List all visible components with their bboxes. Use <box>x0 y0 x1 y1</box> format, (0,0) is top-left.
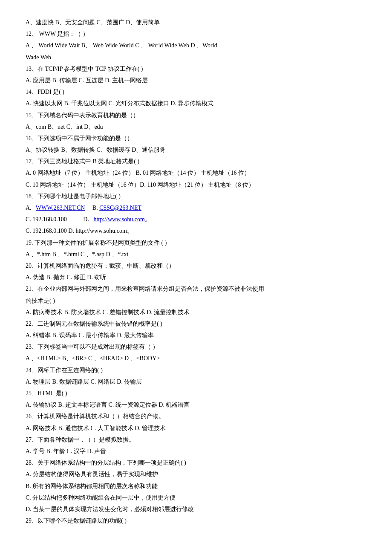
line-16a: A. WWW.263.NET.CN B. CSSC@263.NET <box>26 202 366 213</box>
line-40: C. 分层结构把多种网络功能组合在同一层中，使用更方便 <box>26 492 366 503</box>
line-37: 28、关于网络体系结构中的分层结构，下列哪一项是正确的( ) <box>26 457 366 468</box>
line-17: C. 192.168.0.100 D. http://www.sohu.com。 <box>26 225 366 236</box>
line-28: A 、<HTML> B、<BR> C 、<HEAD> D 、<BODY> <box>26 353 366 364</box>
exam-content: A、速度快 B、无安全问题 C、范围广 D、使用简单 12、 WWW 是指：（ … <box>26 17 366 526</box>
line-41: D. 当某一层的具体实现方法发生变化时，必须对相邻层进行修改 <box>26 504 366 515</box>
line-12: 17、下列三类地址格式中 B 类地址格式是( ) <box>26 156 366 167</box>
line-3b: Wade Web <box>26 52 366 63</box>
line-15: 18、下列哪个地址是电子邮件地址( ) <box>26 191 366 202</box>
line-38: A. 分层结构使得网络具有灵活性，易于实现和维护 <box>26 469 366 480</box>
line-4: 13、在 TCP/IP 参考模型中 TCP 协议工作在( ) <box>26 64 366 74</box>
line-26: A. 纠错率 B. 误码率 C. 最小传输率 D. 最大传输率 <box>26 330 366 341</box>
line-1: A、速度快 B、无安全问题 C、范围广 D、使用简单 <box>26 17 366 28</box>
line-29: 24、网桥工作在互连网络的( ) <box>26 365 366 376</box>
line-39: B. 所有的网络体系结构都用相同的层次名称和功能 <box>26 481 366 491</box>
line-13: A. 0 网络地址（7 位） 主机地址（24 位） B. 01 网络地址（14 … <box>26 168 366 178</box>
line-16b: C. 192.168.0.100 D. http://www.sohu.com。 <box>26 214 366 225</box>
line-8: 15、下列域名代码中表示教育机构的是（） <box>26 110 366 121</box>
line-19: A 、*.htm B 、*.html C 、*.asp D 、*.txt <box>26 249 366 260</box>
line-7: A. 快速以太网 B. 千兆位以太网 C. 光纤分布式数据接口 D. 异步传输模… <box>26 98 366 109</box>
line-20: 20、计算机网络面临的危胁有：截获、中断、篡改和（） <box>26 260 366 271</box>
line-31: 25、HTML 是( ) <box>26 388 366 399</box>
line-2: 12、 WWW 是指：（ ） <box>26 29 366 39</box>
line-32: A. 传输协议 B. 超文本标记语言 C. 统一资源定位器 D. 机器语言 <box>26 399 366 410</box>
line-33: 26、计算机网络是计算机技术和（ ）相结合的产物。 <box>26 411 366 422</box>
line-27: 23、下列标签当中可以不是成对出现的标签有（ ） <box>26 341 366 352</box>
line-6: 14、FDDI 是( ) <box>26 87 366 97</box>
line-3a: A 、 World Wide Wait B、 Web Wide World C … <box>26 40 366 51</box>
line-22: 21、在企业内部网与外部网之间，用来检查网络请求分组是否合法，保护资源不被非法使… <box>26 283 366 294</box>
line-10: 16、下列选项中不属于网卡功能的是（） <box>26 133 366 144</box>
link-sohu[interactable]: http://www.sohu.com <box>93 216 144 223</box>
line-18: 19. 下列那一种文件的扩展名称不是网页类型的文件 ( ) <box>26 237 366 248</box>
line-25: 22、二进制码元在数据传输系统中被传错的概率是( ) <box>26 318 366 329</box>
line-11: A、协议转换 B、数据转换 C、数据缓存 D、通信服务 <box>26 145 366 155</box>
line-23: 的技术是( ) <box>26 295 366 306</box>
line-9: A、com B、net C、int D、edu <box>26 121 366 132</box>
line-5: A. 应用层 B. 传输层 C. 互连层 D. 主机---网络层 <box>26 75 366 86</box>
line-24: A. 防病毒技术 B. 防火墙技术 C. 差错控制技术 D. 流量控制技术 <box>26 307 366 318</box>
line-34: A. 网络技术 B. 通信技术 C. 人工智能技术 D. 管理技术 <box>26 423 366 434</box>
line-42: 29、以下哪个不是数据链路层的功能( ) <box>26 515 366 526</box>
line-35: 27、下面各种数据中，（ ）是模拟数据。 <box>26 434 366 445</box>
link-cssc263[interactable]: CSSC@263.NET <box>99 205 141 211</box>
link-www263[interactable]: WWW.263.NET.CN <box>36 205 85 211</box>
line-30: A. 物理层 B. 数据链路层 C. 网络层 D. 传输层 <box>26 376 366 387</box>
line-14: C. 10 网络地址（14 位） 主机地址（16 位）D. 110 网络地址（2… <box>26 179 366 190</box>
line-36: A. 学号 B. 年龄 C. 汉字 D. 声音 <box>26 446 366 457</box>
line-21: A. 伪造 B. 抛弃 C. 修正 D. 窃听 <box>26 272 366 283</box>
